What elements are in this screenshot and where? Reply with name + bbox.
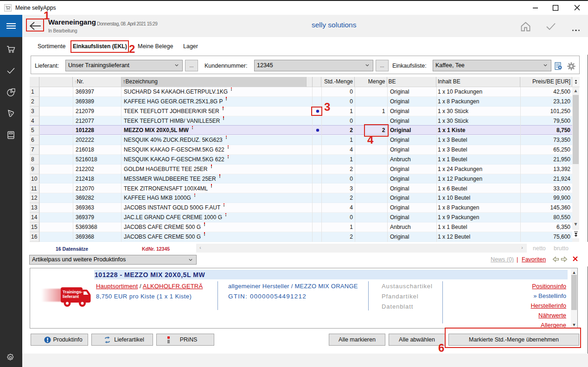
- svg-text:Trainings-: Trainings-: [63, 290, 83, 294]
- svg-text:lieferant: lieferant: [63, 294, 79, 299]
